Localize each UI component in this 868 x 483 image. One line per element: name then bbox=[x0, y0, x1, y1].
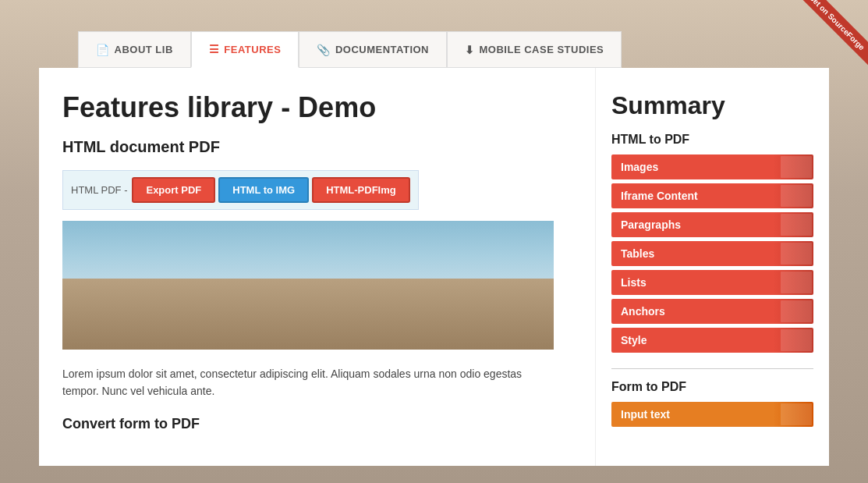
html-doc-pdf-title: HTML document PDF bbox=[62, 138, 572, 156]
nav-tabs: 📄 ABOUT LIB ☰ FEATURES 📎 DOCUMENTATION ⬇… bbox=[0, 0, 868, 68]
summary-divider bbox=[611, 368, 813, 369]
tab-documentation[interactable]: 📎 DOCUMENTATION bbox=[299, 31, 447, 68]
summary-item-images[interactable]: Images bbox=[611, 154, 813, 179]
main-container: Features library - Demo HTML document PD… bbox=[39, 68, 829, 466]
deck-layer bbox=[62, 279, 554, 350]
summary-item-lists[interactable]: Lists bbox=[611, 270, 813, 295]
form-to-pdf-title: Form to PDF bbox=[611, 380, 813, 394]
summary-title: Summary bbox=[611, 91, 813, 120]
summary-items-list: Images Iframe Content Paragraphs Tables … bbox=[611, 154, 813, 353]
sourceforge-label: Get on SourceForge bbox=[792, 0, 868, 66]
right-sidebar: Summary HTML to PDF Images Iframe Conten… bbox=[595, 68, 829, 466]
html-to-img-button[interactable]: HTML to IMG bbox=[218, 177, 309, 203]
summary-item-tables[interactable]: Tables bbox=[611, 241, 813, 266]
button-row-label: HTML PDF - bbox=[71, 184, 127, 196]
left-content: Features library - Demo HTML document PD… bbox=[39, 68, 595, 466]
button-row: HTML PDF - Export PDF HTML to IMG HTML-P… bbox=[62, 170, 419, 210]
lorem-text: Lorem ipsum dolor sit amet, consectetur … bbox=[62, 365, 554, 400]
tab-mobile[interactable]: ⬇ MOBILE CASE STUDIES bbox=[447, 31, 622, 68]
sourceforge-ribbon[interactable]: Get on SourceForge bbox=[774, 0, 868, 94]
tab-about[interactable]: 📄 ABOUT LIB bbox=[78, 31, 191, 68]
demo-image bbox=[62, 221, 554, 350]
page-title: Features library - Demo bbox=[62, 91, 572, 124]
summary-item-paragraphs[interactable]: Paragraphs bbox=[611, 212, 813, 237]
mobile-icon: ⬇ bbox=[465, 44, 475, 56]
export-pdf-button[interactable]: Export PDF bbox=[132, 177, 215, 203]
summary-item-style[interactable]: Style bbox=[611, 328, 813, 353]
html-pdfimg-button[interactable]: HTML-PDFImg bbox=[312, 177, 410, 203]
form-items-list: Input text bbox=[611, 402, 813, 427]
summary-item-anchors[interactable]: Anchors bbox=[611, 299, 813, 324]
form-item-input[interactable]: Input text bbox=[611, 402, 813, 427]
tab-mobile-label: MOBILE CASE STUDIES bbox=[480, 44, 604, 55]
tab-documentation-label: DOCUMENTATION bbox=[335, 44, 429, 55]
about-icon: 📄 bbox=[96, 44, 110, 56]
features-icon: ☰ bbox=[209, 43, 220, 55]
documentation-icon: 📎 bbox=[317, 44, 331, 56]
tab-about-label: ABOUT LIB bbox=[115, 44, 173, 55]
convert-form-title: Convert form to PDF bbox=[62, 416, 572, 432]
tab-features[interactable]: ☰ FEATURES bbox=[191, 31, 299, 68]
tab-features-label: FEATURES bbox=[224, 44, 281, 55]
html-to-pdf-title: HTML to PDF bbox=[611, 133, 813, 147]
summary-item-iframe[interactable]: Iframe Content bbox=[611, 183, 813, 208]
